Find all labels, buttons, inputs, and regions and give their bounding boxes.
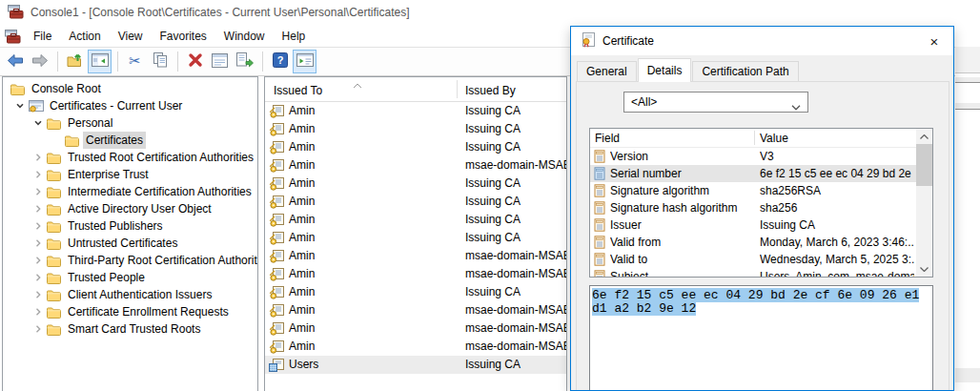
table-row[interactable]: AminIssuing CA	[265, 138, 566, 156]
tree-item-active-directory-user-object[interactable]: Active Directory User Object	[3, 200, 257, 217]
chevron-collapsed-icon[interactable]	[29, 149, 47, 166]
menu-item-view[interactable]: View	[110, 26, 152, 47]
field-row[interactable]: VersionV3	[590, 148, 916, 165]
scroll-up-icon[interactable]	[916, 129, 932, 144]
chevron-collapsed-icon[interactable]	[29, 252, 47, 269]
actions-pane-sliver	[955, 0, 980, 391]
table-row[interactable]: AminIssuing CA	[265, 229, 566, 247]
field-row[interactable]: Serial number6e f2 15 c5 ee ec 04 29 bd …	[590, 165, 916, 182]
table-row[interactable]: AminIssuing CA	[265, 283, 566, 301]
field-row[interactable]: IssuerIssuing CA	[590, 216, 916, 234]
scroll-down-icon[interactable]	[916, 261, 932, 277]
chevron-collapsed-icon[interactable]	[29, 183, 47, 200]
issued-by-cell: Issuing CA	[465, 175, 566, 193]
field-row[interactable]: Signature algorithmsha256RSA	[590, 182, 916, 199]
dialog-titlebar: Certificate	[571, 27, 953, 55]
show-console-tree-button[interactable]	[88, 50, 112, 73]
column-divider[interactable]	[457, 80, 458, 98]
tree-item-certificate-enrollment-requests[interactable]: Certificate Enrollment Requests	[3, 303, 257, 320]
tree-item-label: Certificate Enrollment Requests	[65, 303, 232, 320]
menu-item-help[interactable]: Help	[274, 26, 315, 47]
folder-icon	[47, 252, 65, 269]
chevron-collapsed-icon[interactable]	[29, 269, 47, 286]
back-button[interactable]	[3, 50, 27, 73]
tree-item-intermediate-certification-authorities[interactable]: Intermediate Certification Authorities	[3, 183, 257, 200]
field-row[interactable]: SubjectUsers, Amin, com, msae-domain	[590, 268, 916, 277]
forward-button[interactable]	[28, 50, 51, 73]
table-row[interactable]: Aminmsae-domain-MSAE	[265, 265, 566, 283]
chevron-collapsed-icon[interactable]	[29, 235, 47, 252]
table-row[interactable]: UsersIssuing CA	[265, 356, 566, 374]
scrollbar[interactable]	[916, 129, 932, 277]
tree-item-label: Active Directory User Object	[65, 200, 214, 217]
issued-to-cell: Amin	[289, 175, 315, 193]
show-action-pane-button[interactable]	[293, 50, 316, 73]
close-icon[interactable]: ×	[923, 31, 946, 51]
issued-by-cell: msae-domain-MSAE	[465, 319, 566, 338]
folder-icon	[47, 149, 65, 166]
column-divider[interactable]	[754, 131, 755, 145]
show-dropdown[interactable]: <All>	[623, 92, 808, 113]
tree-item-personal[interactable]: Personal	[3, 114, 257, 132]
chevron-collapsed-icon[interactable]	[29, 286, 47, 303]
properties-button[interactable]	[208, 50, 232, 73]
tree-item-console-root[interactable]: Console Root	[3, 80, 257, 97]
menu-item-action[interactable]: Action	[60, 26, 109, 47]
tree-item-trusted-publishers[interactable]: Trusted Publishers	[3, 217, 257, 235]
tree-item-trusted-root-certification-authorities[interactable]: Trusted Root Certification Authorities	[3, 149, 257, 166]
tab-certification-path[interactable]: Certification Path	[692, 61, 798, 82]
issued-to-cell: Users	[289, 356, 318, 374]
chevron-expanded-icon[interactable]	[29, 114, 47, 132]
issued-to-cell: Amin	[289, 338, 315, 356]
tree-item-certificates[interactable]: Certificates	[3, 132, 257, 149]
tree-item-trusted-people[interactable]: Trusted People	[3, 269, 257, 286]
issued-by-cell: msae-domain-MSAE	[465, 247, 566, 265]
window-title: Console1 - [Console Root\Certificates - …	[31, 6, 410, 19]
chevron-collapsed-icon[interactable]	[29, 166, 47, 183]
export-list-button[interactable]	[233, 50, 256, 73]
column-header-value[interactable]: Value	[760, 132, 788, 145]
chevron-expanded-icon[interactable]	[10, 97, 29, 114]
table-row[interactable]: AminIssuing CA	[265, 193, 566, 211]
issued-by-cell: msae-domain-MSAE	[465, 338, 566, 356]
tree-item-third-party-root-certification-authorities[interactable]: Third-Party Root Certification Authoriti…	[3, 252, 257, 269]
delete-button[interactable]	[183, 50, 207, 73]
column-header-issued-by[interactable]: Issued By	[465, 84, 516, 97]
help-button[interactable]: ?	[268, 50, 292, 73]
cut-button[interactable]: ✂	[123, 50, 147, 73]
issued-by-cell: msae-domain-MSAE	[465, 301, 566, 319]
field-row[interactable]: Valid toWednesday, March 5, 2025 3:...	[590, 251, 916, 268]
chevron-collapsed-icon[interactable]	[29, 217, 47, 235]
chevron-collapsed-icon[interactable]	[29, 320, 47, 338]
menu-item-window[interactable]: Window	[215, 26, 274, 47]
mmc-app-icon[interactable]	[5, 29, 21, 44]
table-row[interactable]: AminIssuing CA	[265, 211, 566, 229]
column-header-issued-to[interactable]: Issued To	[274, 84, 322, 97]
table-row[interactable]: AminIssuing CA	[265, 175, 566, 193]
column-header-field[interactable]: Field	[595, 132, 620, 145]
copy-button[interactable]	[148, 50, 172, 73]
table-row[interactable]: Aminmsae-domain-MSAE	[265, 247, 566, 265]
tree-item-client-authentication-issuers[interactable]: Client Authentication Issuers	[3, 286, 257, 303]
tree-item-enterprise-trust[interactable]: Enterprise Trust	[3, 166, 257, 183]
table-row[interactable]: Aminmsae-domain-MSAE	[265, 301, 566, 319]
tab-general[interactable]: General	[577, 61, 637, 82]
menu-item-favorites[interactable]: Favorites	[152, 26, 215, 47]
up-one-level-button[interactable]	[63, 50, 87, 73]
field-row[interactable]: Valid fromMonday, March 6, 2023 3:46:...	[590, 234, 916, 251]
scrollbar-thumb[interactable]	[916, 144, 932, 186]
tree-item-certificates-current-user[interactable]: Certificates - Current User	[3, 97, 257, 114]
serial-number-hex-view[interactable]: 6e f2 15 c5 ee ec 04 29 bd 2e cf 6e 09 2…	[589, 285, 933, 391]
table-row[interactable]: Aminmsae-domain-MSAE	[265, 319, 566, 338]
field-row[interactable]: Signature hash algorithmsha256	[590, 199, 916, 216]
table-row[interactable]: Aminmsae-domain-MSAE	[265, 338, 566, 356]
table-row[interactable]: Aminmsae-domain-MSAE	[265, 156, 566, 175]
tree-item-untrusted-certificates[interactable]: Untrusted Certificates	[3, 235, 257, 252]
menu-item-file[interactable]: File	[25, 26, 60, 47]
chevron-collapsed-icon[interactable]	[29, 200, 47, 217]
chevron-collapsed-icon[interactable]	[29, 303, 47, 320]
table-row[interactable]: AminIssuing CA	[265, 102, 566, 120]
tab-details[interactable]: Details	[638, 58, 692, 82]
table-row[interactable]: AminIssuing CA	[265, 120, 566, 138]
tree-item-smart-card-trusted-roots[interactable]: Smart Card Trusted Roots	[3, 320, 257, 338]
